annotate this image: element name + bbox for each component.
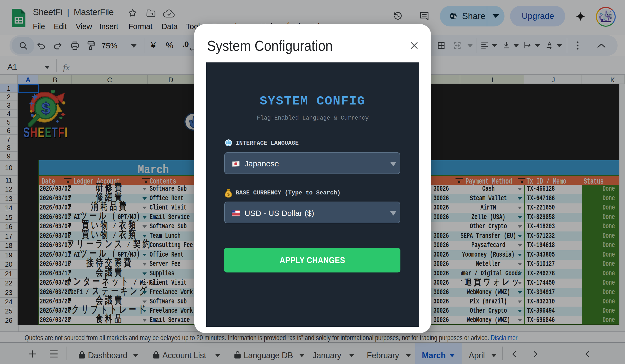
svg-text:$: $ <box>227 192 230 197</box>
